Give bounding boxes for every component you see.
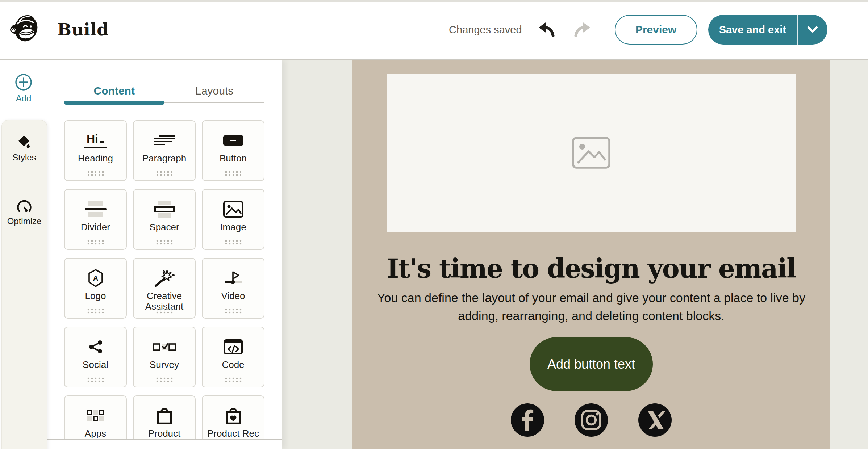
email-button-block[interactable]: Add button text bbox=[530, 337, 653, 391]
drag-handle-dots bbox=[87, 377, 105, 382]
drag-handle-dots bbox=[87, 171, 105, 176]
block-label: Button bbox=[204, 153, 262, 164]
rail-item-optimize[interactable]: Optimize bbox=[5, 198, 44, 227]
block-label: Spacer bbox=[135, 222, 193, 232]
undo-arrow-icon bbox=[539, 22, 555, 37]
block-label: Image bbox=[204, 222, 262, 232]
save-options-caret[interactable] bbox=[798, 15, 827, 45]
block-label: Survey bbox=[135, 360, 193, 370]
drag-handle-dots bbox=[224, 308, 242, 314]
chevron-down-icon bbox=[807, 26, 818, 33]
paint-bucket-icon bbox=[17, 134, 32, 150]
block-card-image[interactable]: Image bbox=[202, 189, 264, 250]
heading-icon: Hi bbox=[84, 130, 107, 151]
block-card-logo[interactable]: A Logo bbox=[64, 258, 127, 319]
panel-footer bbox=[47, 439, 282, 449]
svg-text:A: A bbox=[93, 274, 98, 282]
block-card-divider[interactable]: Divider bbox=[64, 189, 127, 250]
block-label: Divider bbox=[67, 222, 125, 232]
apps-grid-icon bbox=[87, 405, 104, 427]
drag-handle-dots bbox=[155, 239, 174, 245]
window-top-strip bbox=[0, 0, 868, 2]
spacer-icon bbox=[154, 198, 175, 220]
shopping-bag-heart-icon bbox=[225, 405, 241, 427]
save-status-text: Changes saved bbox=[449, 24, 522, 36]
image-icon bbox=[223, 198, 243, 220]
rail-styles-label: Styles bbox=[12, 152, 36, 163]
save-and-exit-label: Save and exit bbox=[708, 15, 797, 45]
block-label: Heading bbox=[67, 153, 125, 164]
drag-handle-dots bbox=[155, 308, 174, 314]
x-icon[interactable] bbox=[638, 403, 672, 437]
editor-canvas: It's time to design your email You can d… bbox=[282, 60, 868, 449]
drag-handle-dots bbox=[224, 171, 242, 176]
drag-handle-dots bbox=[155, 377, 174, 382]
block-label: Code bbox=[204, 360, 262, 370]
drag-handle-dots bbox=[224, 239, 242, 245]
redo-arrow-icon bbox=[573, 22, 590, 37]
instagram-icon[interactable] bbox=[575, 403, 608, 437]
block-card-creative-assistant[interactable]: Creative Assistant bbox=[133, 258, 196, 319]
tab-content[interactable]: Content bbox=[64, 76, 164, 102]
block-card-survey[interactable]: Survey bbox=[133, 327, 196, 387]
email-body-line: adding, rearranging, and deleting conten… bbox=[377, 307, 805, 325]
header-actions: Changes saved Preview bbox=[449, 15, 868, 45]
drag-handle-dots bbox=[224, 377, 242, 382]
share-nodes-icon bbox=[88, 336, 103, 358]
rail-add-label: Add bbox=[16, 93, 32, 104]
email-paragraph-block[interactable]: You can define the layout of your email … bbox=[377, 289, 805, 325]
block-label: Video bbox=[204, 291, 262, 301]
block-label: Logo bbox=[67, 291, 125, 301]
code-window-icon bbox=[224, 336, 243, 358]
shopping-bag-icon bbox=[157, 405, 172, 427]
block-label: Product bbox=[135, 428, 193, 439]
block-card-social[interactable]: Social bbox=[64, 327, 127, 387]
block-card-button[interactable]: Button bbox=[202, 120, 264, 181]
email-heading-block[interactable]: It's time to design your email bbox=[387, 255, 796, 283]
block-label: Paragraph bbox=[135, 153, 193, 164]
paragraph-icon bbox=[154, 130, 175, 151]
email-body-line: You can define the layout of your email … bbox=[377, 289, 805, 307]
redo-button[interactable] bbox=[573, 22, 590, 37]
block-label: Social bbox=[67, 360, 125, 370]
facebook-icon[interactable] bbox=[511, 403, 544, 437]
block-card-code[interactable]: Code bbox=[202, 327, 264, 387]
preview-button[interactable]: Preview bbox=[615, 15, 697, 45]
logo-hexagon-icon: A bbox=[87, 267, 104, 289]
block-card-video[interactable]: Video bbox=[202, 258, 264, 319]
email-builder-app: Build Changes saved Pr bbox=[0, 0, 868, 449]
email-document: It's time to design your email You can d… bbox=[352, 60, 830, 449]
block-label: Product Rec bbox=[204, 428, 262, 439]
rail-item-add[interactable]: Add bbox=[0, 73, 47, 104]
rail-tools-card: Styles Optimize bbox=[1, 120, 47, 449]
block-card-paragraph[interactable]: Paragraph bbox=[133, 120, 196, 181]
header-bar: Build Changes saved Pr bbox=[0, 0, 868, 60]
magic-wand-icon bbox=[154, 267, 175, 289]
panel-tabs: Content Layouts bbox=[64, 76, 264, 103]
mailchimp-freddie-logo[interactable] bbox=[8, 13, 41, 46]
button-icon bbox=[223, 130, 243, 151]
drag-handle-dots bbox=[87, 239, 105, 245]
email-social-block bbox=[511, 403, 672, 437]
content-panel: Content Layouts Hi Heading bbox=[47, 60, 282, 449]
plus-circle-icon bbox=[15, 74, 32, 91]
drag-handle-dots bbox=[87, 308, 105, 314]
block-card-spacer[interactable]: Spacer bbox=[133, 189, 196, 250]
gauge-icon bbox=[16, 198, 33, 213]
block-card-heading[interactable]: Hi Heading bbox=[64, 120, 127, 181]
content-blocks-grid: Hi Heading Paragraph bbox=[64, 120, 282, 449]
rail-optimize-label: Optimize bbox=[7, 216, 42, 226]
left-rail: Add Styles bbox=[0, 60, 47, 449]
video-player-icon bbox=[223, 267, 244, 289]
image-block-placeholder[interactable] bbox=[387, 74, 796, 232]
rail-item-styles[interactable]: Styles bbox=[10, 134, 38, 163]
drag-handle-dots bbox=[155, 171, 174, 176]
page-title: Build bbox=[57, 20, 109, 39]
survey-checkbox-icon bbox=[153, 336, 176, 358]
undo-button[interactable] bbox=[539, 22, 555, 37]
save-and-exit-button[interactable]: Save and exit bbox=[708, 15, 827, 45]
tab-layouts[interactable]: Layouts bbox=[164, 76, 265, 102]
block-label: Apps bbox=[67, 428, 125, 439]
image-placeholder-icon bbox=[572, 137, 610, 169]
divider-icon bbox=[85, 198, 107, 220]
